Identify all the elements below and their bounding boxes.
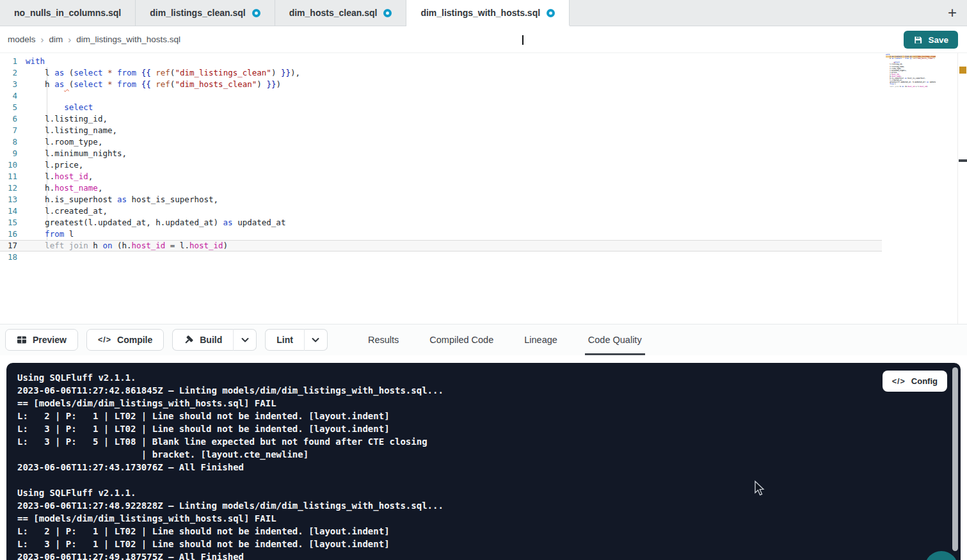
action-buttons: Preview</>CompileBuildLint — [5, 329, 336, 351]
line-number: 5 — [0, 102, 26, 113]
code-token: ) — [276, 79, 281, 89]
code-line[interactable]: 15 greatest(l.updated_at, h.updated_at) … — [0, 217, 882, 228]
code-token: * — [108, 79, 113, 89]
code-token: {{ — [141, 79, 151, 89]
code-line[interactable]: 11 l.host_id, — [0, 171, 882, 182]
code-line[interactable]: 7 l.listing_name, — [0, 125, 882, 136]
file-tab-active[interactable]: dim_listings_with_hosts.sql — [406, 0, 570, 26]
minimap-line: h as (select * from {{ ref("dim_hosts_cl… — [886, 58, 936, 60]
code-token: l.created_at, — [26, 206, 108, 216]
code-token — [113, 79, 118, 89]
tab-code-quality[interactable]: Code Quality — [585, 324, 645, 355]
editor-action-bar: Preview</>CompileBuildLint ResultsCompil… — [0, 324, 967, 355]
code-token: }} — [266, 79, 276, 89]
file-tab-inactive[interactable]: dim_listings_clean.sql — [136, 0, 275, 26]
chevron-down-icon — [240, 335, 250, 345]
code-line[interactable]: 18 — [0, 252, 882, 263]
code-line[interactable]: 17 left join h on (h.host_id = l.host_id… — [0, 240, 882, 252]
lint-squiggle — [64, 79, 69, 89]
code-editor[interactable]: 1with2 l as (select * from {{ ref("dim_l… — [0, 53, 967, 324]
lint-terminal[interactable]: Using SQLFluff v2.1.1. 2023-06-06T11:27:… — [6, 363, 961, 560]
overview-ruler[interactable] — [957, 53, 967, 324]
code-line[interactable]: 2 l as (select * from {{ ref("dim_listin… — [0, 67, 882, 79]
code-line[interactable]: 6 l.listing_id, — [0, 113, 882, 125]
terminal-scrollbar[interactable] — [952, 367, 958, 551]
breadcrumb-item[interactable]: dim_listings_with_hosts.sql — [76, 35, 180, 44]
line-number: 11 — [0, 171, 26, 182]
unsaved-changes-icon — [547, 9, 555, 17]
line-number: 16 — [0, 228, 26, 240]
text-cursor-artifact — [522, 35, 523, 45]
code-line[interactable]: 1with — [0, 56, 882, 67]
code-token: host_is_superhost, — [907, 77, 926, 79]
code-line[interactable]: 13 h.is_superhost as host_is_superhost, — [0, 194, 882, 205]
build-button[interactable]: Build — [172, 329, 233, 351]
code-token: = l. — [915, 86, 920, 88]
code-token: host_id — [132, 241, 166, 250]
code-line[interactable]: 10 l.price, — [0, 159, 882, 171]
code-text: l.price, — [26, 159, 83, 171]
help-bubble-button[interactable] — [925, 551, 958, 560]
code-token: updated_at — [929, 81, 936, 83]
build-button-label: Build — [200, 335, 222, 345]
code-line[interactable]: 3 h as (select * from {{ ref("dim_hosts_… — [0, 79, 882, 90]
code-line[interactable]: 16 from l — [0, 228, 882, 240]
code-token: * — [108, 68, 113, 77]
dbt-cloud-ide: no_nulls_in_columns.sqldim_listings_clea… — [0, 0, 967, 560]
code-token: host_id — [920, 86, 927, 88]
lint-dropdown-button[interactable] — [304, 329, 328, 351]
breadcrumb-item[interactable]: dim — [49, 35, 63, 44]
minimap[interactable]: with l as (select * from {{ ref("dim_lis… — [886, 54, 936, 90]
new-tab-button[interactable]: + — [938, 0, 967, 26]
line-number: 15 — [0, 217, 26, 228]
code-lines: 1with2 l as (select * from {{ ref("dim_l… — [0, 56, 882, 263]
code-token — [26, 102, 64, 112]
code-line[interactable]: 8 l.room_type, — [0, 136, 882, 148]
compile-button-label: Compile — [117, 335, 152, 345]
code-token: left join — [26, 241, 93, 250]
lint-button[interactable]: Lint — [265, 329, 304, 351]
line-number: 14 — [0, 205, 26, 217]
code-token: ) — [927, 86, 928, 88]
compile-button[interactable]: </>Compile — [86, 329, 164, 351]
code-token — [102, 68, 108, 77]
code-token: ( — [64, 68, 74, 77]
code-text: h as (select * from {{ ref("dim_hosts_cl… — [886, 58, 936, 60]
code-icon: </> — [892, 377, 906, 386]
file-tab-label: no_nulls_in_columns.sql — [14, 8, 121, 18]
code-token: host_id — [907, 86, 915, 88]
file-tab-bar: no_nulls_in_columns.sqldim_listings_clea… — [0, 0, 967, 26]
code-line[interactable]: 4 — [0, 90, 882, 102]
code-text: select — [26, 102, 93, 113]
build-dropdown-button[interactable] — [233, 329, 257, 351]
code-token: ref — [156, 79, 170, 89]
code-token: host_id — [54, 172, 88, 181]
code-line[interactable]: 12 h.host_name, — [0, 182, 882, 194]
lint-config-button[interactable]: </> Config — [883, 371, 947, 392]
lint-button-group: Lint — [265, 329, 328, 351]
code-token: from — [117, 79, 136, 89]
file-tab-inactive[interactable]: dim_hosts_clean.sql — [275, 0, 407, 26]
code-token: ) — [271, 68, 281, 77]
code-line[interactable]: 5 select — [0, 102, 882, 113]
code-icon: </> — [98, 335, 111, 344]
code-text: with — [26, 56, 45, 67]
save-icon — [913, 35, 923, 45]
save-button[interactable]: Save — [904, 31, 958, 49]
tab-compiled-code[interactable]: Compiled Code — [426, 324, 497, 355]
tab-results[interactable]: Results — [365, 324, 402, 355]
preview-button[interactable]: Preview — [5, 329, 78, 351]
code-line[interactable]: 9 l.minimum_nights, — [0, 148, 882, 159]
code-line[interactable]: 14 l.created_at, — [0, 205, 882, 217]
file-tab-inactive[interactable]: no_nulls_in_columns.sql — [0, 0, 136, 26]
code-token: left join — [886, 86, 900, 88]
line-number: 18 — [0, 252, 26, 263]
ruler-warning-marker — [959, 67, 966, 74]
code-token: "dim_hosts_clean" — [175, 79, 257, 89]
hammer-icon — [184, 335, 194, 345]
build-button-group: Build — [172, 329, 257, 351]
breadcrumb-item[interactable]: models — [8, 35, 36, 44]
lint-button-label: Lint — [276, 335, 293, 345]
tab-lineage[interactable]: Lineage — [521, 324, 561, 355]
line-number: 1 — [0, 56, 26, 67]
